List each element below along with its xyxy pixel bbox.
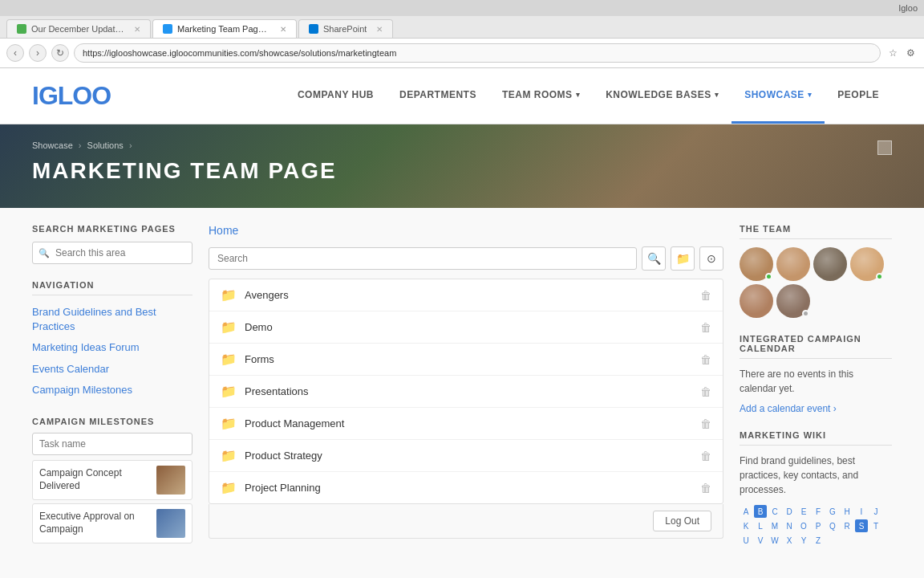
folder-delete-button[interactable]: 🗑 (700, 353, 711, 366)
nav-link-brand-guidelines[interactable]: Brand Guidelines and Best Practices (32, 302, 192, 337)
browser-tabs: Our December Update Is O...✕Marketing Te… (0, 16, 924, 38)
wiki-letter-n[interactable]: N (783, 519, 796, 532)
tab-close-button[interactable]: ✕ (134, 25, 140, 34)
nav-item-team-rooms[interactable]: TEAM ROOMS▾ (489, 68, 593, 124)
wiki-letter-b[interactable]: B (754, 505, 767, 518)
files-toolbar: 🔍 📁 ⊙ (209, 246, 723, 271)
wiki-letter-z[interactable]: Z (812, 534, 825, 547)
folder-name[interactable]: Product Strategy (245, 450, 700, 462)
browser-actions: ☆ ⚙ (886, 46, 918, 60)
center-content: Home 🔍 📁 ⊙ 📁Avengers🗑📁Demo🗑📁Forms🗑📁Prese… (209, 224, 723, 563)
add-event-link[interactable]: Add a calendar event › (740, 403, 837, 414)
tab-label: SharePoint (323, 24, 367, 34)
browser-tab-tab2[interactable]: Marketing Team Page - Igloo ...✕ (152, 19, 297, 38)
search-input[interactable] (32, 242, 192, 264)
browser-tab-tab3[interactable]: SharePoint✕ (298, 19, 393, 38)
avatar-wrap-member2[interactable] (776, 247, 810, 281)
wiki-letter-d[interactable]: D (783, 505, 796, 518)
folder-delete-button[interactable]: 🗑 (700, 482, 711, 495)
nav-item-departments[interactable]: DEPARTMENTS (387, 68, 489, 124)
breadcrumb-showcase[interactable]: Showcase (32, 140, 73, 150)
folder-delete-button[interactable]: 🗑 (700, 417, 711, 430)
avatar-wrap-member6[interactable] (776, 284, 810, 318)
folder-delete-button[interactable]: 🗑 (700, 385, 711, 398)
status-online-indicator (765, 273, 772, 280)
folder-name[interactable]: Presentations (245, 385, 700, 397)
wiki-description: Find brand guidelines, best practices, k… (740, 454, 892, 497)
wiki-letter-w[interactable]: W (768, 534, 781, 547)
folder-delete-button[interactable]: 🗑 (700, 450, 711, 462)
avatar-wrap-member4[interactable] (850, 247, 884, 281)
avatar-wrap-member3[interactable] (813, 247, 847, 281)
nav-link-marketing-ideas[interactable]: Marketing Ideas Forum (32, 337, 192, 358)
nav-item-knowledge-bases[interactable]: KNOWLEDGE BASES▾ (593, 68, 732, 124)
browser-nav: ‹ › ↻ ☆ ⚙ (0, 38, 924, 67)
wiki-letter-u[interactable]: U (740, 534, 752, 547)
tab-favicon (17, 24, 26, 34)
wiki-letter-r[interactable]: R (841, 519, 853, 532)
wiki-letter-l[interactable]: L (754, 519, 767, 532)
nav-item-showcase[interactable]: SHOWCASE▾ (732, 68, 825, 124)
wiki-letter-f[interactable]: F (812, 505, 825, 518)
avatar-wrap-member1[interactable] (740, 247, 773, 281)
browser-titlebar: Igloo (0, 0, 924, 16)
wiki-letter-x[interactable]: X (783, 534, 796, 547)
wiki-letter-a[interactable]: A (740, 505, 752, 518)
wiki-letter-c[interactable]: C (768, 505, 781, 518)
extensions-button[interactable]: ⚙ (903, 46, 918, 60)
wiki-letter-i[interactable]: I (855, 505, 868, 518)
breadcrumb-solutions[interactable]: Solutions (87, 140, 124, 150)
back-button[interactable]: ‹ (6, 44, 24, 62)
nav-item-label: SHOWCASE (744, 89, 804, 100)
site-logo: IGLOO (32, 81, 111, 111)
search-icon: 🔍 (38, 248, 50, 258)
wiki-letter-k[interactable]: K (740, 519, 752, 532)
url-bar[interactable] (74, 43, 881, 63)
nav-item-company-hub[interactable]: COMPANY HUB (285, 68, 387, 124)
wiki-letter-h[interactable]: H (841, 505, 853, 518)
refresh-button[interactable]: ↻ (51, 44, 69, 62)
folder-row: 📁Product Management🗑 (209, 408, 723, 440)
wiki-letter-y[interactable]: Y (797, 534, 810, 547)
avatar-wrap-member5[interactable] (740, 284, 773, 318)
wiki-letter-q[interactable]: Q (826, 519, 839, 532)
tab-close-button[interactable]: ✕ (376, 25, 383, 34)
wiki-letter-e[interactable]: E (797, 505, 810, 518)
tab-close-button[interactable]: ✕ (280, 25, 286, 34)
wiki-letter-p[interactable]: P (812, 519, 825, 532)
settings-button[interactable]: ⊙ (699, 246, 723, 271)
team-grid-row1 (740, 247, 892, 281)
bookmark-button[interactable]: ☆ (886, 46, 900, 60)
wiki-letter-t[interactable]: T (869, 519, 882, 532)
wiki-letter-m[interactable]: M (768, 519, 781, 532)
wiki-alphabet: ABCDEFGHIJKLMNOPQRSTUVWXYZ (740, 505, 892, 547)
logout-button[interactable]: Log Out (653, 511, 711, 531)
wiki-letter-v[interactable]: V (754, 534, 767, 547)
wiki-letter-s[interactable]: S (855, 519, 868, 532)
nav-link-campaign-milestones[interactable]: Campaign Milestones (32, 380, 192, 401)
folder-icon: 📁 (221, 287, 237, 303)
folder-name[interactable]: Demo (245, 321, 700, 333)
page-wrapper: IGLOO COMPANY HUBDEPARTMENTSTEAM ROOMS▾K… (0, 68, 924, 578)
folder-delete-button[interactable]: 🗑 (700, 321, 711, 334)
folder-name[interactable]: Project Planning (245, 482, 700, 494)
files-search-input[interactable] (209, 247, 637, 270)
nav-link-events-calendar[interactable]: Events Calendar (32, 359, 192, 380)
folder-name[interactable]: Forms (245, 353, 700, 365)
wiki-letter-g[interactable]: G (826, 505, 839, 518)
folder-name[interactable]: Product Management (245, 417, 700, 429)
nav-item-people[interactable]: PEOPLE (825, 68, 892, 124)
wiki-letter-j[interactable]: J (869, 505, 882, 518)
task-name-input[interactable] (32, 433, 192, 455)
forward-button[interactable]: › (29, 44, 47, 62)
new-folder-button[interactable]: 📁 (671, 246, 695, 271)
home-link[interactable]: Home (209, 224, 238, 237)
folder-icon: 📁 (221, 448, 237, 463)
browser-tab-tab1[interactable]: Our December Update Is O...✕ (6, 19, 151, 38)
wiki-letter-o[interactable]: O (797, 519, 810, 532)
folder-name[interactable]: Avengers (245, 289, 700, 301)
folder-icon: 📁 (221, 352, 237, 367)
avatar-member2 (776, 247, 810, 281)
search-button[interactable]: 🔍 (642, 246, 666, 271)
folder-delete-button[interactable]: 🗑 (700, 289, 711, 302)
